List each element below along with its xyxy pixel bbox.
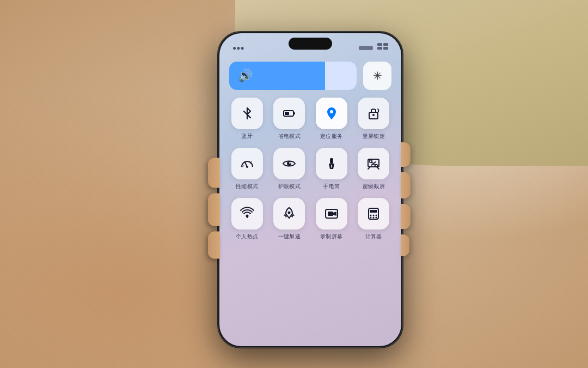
speed-boost-label: 一键加速 [278, 233, 301, 240]
signal-icons: ●●● [232, 44, 244, 52]
hotspot-label: 个人热点 [236, 233, 258, 240]
screen-record-label: 录制屏幕 [320, 233, 342, 240]
svg-rect-1 [383, 43, 388, 46]
svg-point-31 [370, 216, 372, 218]
screen-lock-button[interactable]: 竖屏锁定 [356, 98, 392, 140]
battery-saver-label: 省电模式 [278, 132, 301, 140]
hotspot-button[interactable]: 个人热点 [229, 198, 265, 240]
screenshot-button[interactable]: 超级截屏 [356, 148, 392, 190]
svg-rect-5 [293, 112, 295, 114]
network-icon [359, 46, 373, 50]
brightness-icon: ✳ [373, 69, 382, 82]
location-icon [324, 106, 339, 121]
svg-rect-3 [383, 47, 388, 50]
top-controls-row: 🔊 ✳ [229, 62, 391, 90]
screen-lock-icon-box [358, 98, 389, 129]
control-row-1: 蓝牙 省电模式 [229, 98, 391, 140]
finger-4 [401, 234, 409, 256]
control-row-3: 个人热点 一 [229, 198, 391, 240]
flashlight-button[interactable]: 手电筒 [314, 148, 350, 190]
speed-boost-icon-box [273, 198, 305, 230]
svg-point-18 [375, 164, 378, 167]
svg-rect-27 [370, 210, 377, 213]
svg-point-33 [376, 216, 377, 218]
right-hand-fingers [401, 142, 411, 256]
svg-point-32 [373, 216, 375, 218]
screenshot-icon [366, 156, 381, 171]
location-button[interactable]: 定位服务 [314, 98, 350, 140]
svg-point-29 [373, 214, 375, 216]
volume-slider[interactable]: 🔊 [229, 62, 357, 90]
left-hand-fingers [208, 158, 220, 264]
control-center-icon [377, 43, 388, 53]
svg-point-11 [287, 161, 291, 166]
screen-record-button[interactable]: 录制屏幕 [314, 198, 350, 240]
eye-protection-icon-box [273, 148, 305, 179]
bluetooth-button[interactable]: 蓝牙 [229, 98, 265, 140]
svg-marker-25 [333, 212, 336, 216]
battery-saver-button[interactable]: 省电模式 [272, 98, 308, 140]
svg-rect-0 [377, 43, 382, 46]
svg-point-21 [288, 211, 291, 214]
brightness-button[interactable]: ✳ [363, 62, 391, 90]
screen-record-icon [324, 206, 339, 221]
svg-rect-6 [285, 112, 289, 115]
hotspot-icon-box [231, 198, 263, 230]
finger-3 [401, 204, 411, 229]
svg-point-7 [330, 110, 333, 113]
screenshot-label: 超级截屏 [363, 183, 385, 190]
control-center: 🔊 ✳ [219, 57, 401, 249]
hotspot-icon [240, 206, 255, 221]
rocket-icon [281, 206, 297, 221]
location-label: 定位服务 [320, 132, 342, 140]
calculator-icon-box [358, 198, 389, 230]
flashlight-icon-box [316, 148, 347, 179]
svg-point-30 [376, 214, 377, 216]
screen-lock-label: 竖屏锁定 [363, 132, 385, 140]
svg-rect-24 [328, 212, 333, 216]
bluetooth-icon-box [231, 98, 263, 129]
svg-point-28 [370, 214, 372, 216]
bluetooth-icon [240, 106, 255, 121]
screen-lock-icon [366, 106, 381, 121]
svg-point-10 [246, 166, 248, 168]
performance-icon [240, 156, 255, 171]
performance-icon-box [231, 148, 263, 179]
phone-device: ●●● [218, 32, 403, 348]
eye-protection-button[interactable]: 护眼模式 [272, 148, 308, 190]
screen-record-icon-box [316, 198, 347, 230]
performance-label: 性能模式 [236, 183, 258, 190]
calculator-label: 计算器 [365, 233, 382, 240]
svg-rect-13 [330, 158, 333, 164]
eye-protection-icon [281, 156, 297, 171]
status-bar: ●●● [219, 33, 401, 57]
finger-1 [401, 142, 411, 167]
calculator-icon [366, 206, 381, 221]
flashlight-label: 手电筒 [323, 183, 340, 190]
phone-wrapper: ●●● [218, 32, 403, 348]
flashlight-icon [324, 156, 339, 171]
speed-boost-button[interactable]: 一键加速 [272, 198, 308, 240]
eye-protection-label: 护眼模式 [278, 183, 301, 190]
battery-saver-icon-box [273, 98, 305, 129]
svg-point-12 [289, 162, 291, 164]
location-icon-box [316, 98, 347, 129]
phone-screen: ●●● [219, 33, 401, 346]
dynamic-island [289, 38, 332, 50]
volume-icon: 🔊 [238, 69, 253, 83]
svg-point-9 [372, 114, 375, 116]
performance-button[interactable]: 性能模式 [229, 148, 265, 190]
finger-2 [401, 172, 411, 198]
svg-point-17 [370, 160, 372, 162]
scene: ●●● [0, 0, 588, 368]
calculator-button[interactable]: 计算器 [356, 198, 392, 240]
battery-saver-icon [281, 106, 297, 121]
bluetooth-label: 蓝牙 [241, 132, 253, 140]
svg-rect-2 [377, 47, 382, 50]
control-row-2: 性能模式 护眼模式 [229, 148, 391, 190]
screenshot-icon-box [358, 148, 389, 179]
